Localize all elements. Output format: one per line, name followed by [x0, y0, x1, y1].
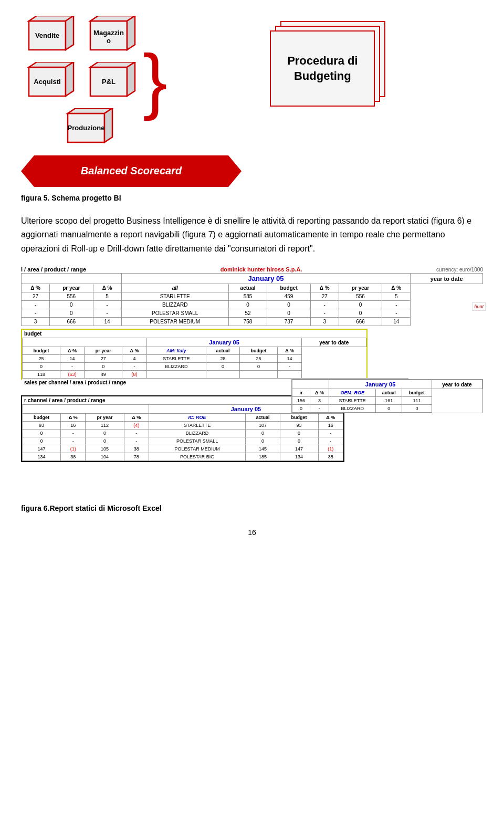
report-table-1: January 05 year to date Δ % pr year Δ % …: [21, 273, 483, 326]
cube-group: Vendite Magazzin o Acquisti: [21, 16, 138, 150]
table1-currency: currency: euro/1000: [436, 267, 483, 273]
table-am-italy-inner: January 05 year to date budgetΔ %pr year…: [22, 338, 366, 379]
svg-text:P&L: P&L: [102, 78, 116, 86]
table-row: -0- POLESTAR SMALL520-0-: [22, 309, 483, 318]
svg-marker-15: [127, 62, 135, 96]
table-row: 9316112(4) STARLETTE1079316: [23, 422, 343, 430]
table1-company: dominick hunter hiross S.p.A.: [220, 266, 302, 273]
table-oem-roe: January 05 year to date irΔ % OEM: ROE a…: [291, 379, 483, 413]
th-delta4: Δ %: [382, 284, 411, 292]
diagram-section: Vendite Magazzin o Acquisti: [0, 0, 504, 153]
svg-marker-19: [104, 108, 112, 142]
table-row: 275565 STARLETTE585459275565: [22, 292, 483, 301]
table4-ytd: year to date: [432, 380, 482, 389]
table-row: 2514274 STARLETTE282514: [23, 355, 366, 363]
table3-area-name: IC: ROE: [149, 414, 245, 422]
svg-text:Vendite: Vendite: [35, 32, 59, 39]
budgeting-box: Procedura di Budgeting: [178, 16, 483, 110]
table-row: -0- BLIZZARD00-0-: [22, 301, 483, 309]
table-row: 0-0- POLESTAR SMALL00-: [23, 437, 343, 445]
table-row: 0- BLIZZARD00: [292, 405, 482, 413]
svg-text:Produzione: Produzione: [67, 124, 104, 132]
table1-ytd-header: year to date: [411, 274, 483, 284]
th-pryear: pr year: [50, 284, 93, 292]
th-actual: actual: [228, 284, 267, 292]
th-delta1: Δ %: [22, 284, 50, 292]
table2-period: January 05: [146, 338, 302, 347]
table-row: 1343810478 POLESTAR BIG18513438: [23, 453, 343, 461]
th-budget: budget: [267, 284, 310, 292]
table4-period: January 05: [329, 380, 432, 389]
table4-area-name: OEM: ROE: [329, 389, 376, 397]
table-row: 0-0- BLIZZARD00-: [23, 430, 343, 437]
budgeting-title: Procedura di Budgeting: [271, 54, 374, 83]
produzione-cube: Produzione: [60, 108, 115, 150]
figure5-caption: figura 5. Schema progetto BI: [0, 190, 504, 206]
arrow-label: Balanced Scorecard: [81, 165, 182, 176]
table2-area-name: AM: Italy: [146, 347, 206, 355]
table-row: 366614 POLESTAR MEDIUM758737366614: [22, 318, 483, 326]
table-oem-inner: January 05 year to date irΔ % OEM: ROE a…: [292, 380, 482, 413]
table3-channel: r channel / area / product / range: [24, 397, 106, 403]
svg-marker-11: [66, 62, 74, 96]
svg-text:Acquisti: Acquisti: [34, 78, 60, 86]
body-text: Ulteriore scopo del progetto Business In…: [21, 216, 471, 253]
table-row: 0-0- BLIZZARD00-: [23, 363, 366, 371]
arrow-svg: Balanced Scorecard: [21, 155, 242, 187]
page-num: 16: [248, 528, 256, 537]
figure6-text: figura 6.Report statici di Microsoft Exc…: [21, 504, 162, 512]
table1-period-header: January 05: [121, 274, 411, 284]
th-delta2: Δ %: [93, 284, 121, 292]
svg-text:o: o: [107, 37, 111, 45]
page-number: 16: [0, 518, 504, 547]
tables-section: l / area / product / range dominick hunt…: [0, 264, 504, 465]
pl-cube: P&L: [82, 62, 138, 104]
svg-marker-2: [66, 16, 74, 50]
th-delta3: Δ %: [310, 284, 339, 292]
table-row: 118(63)49(8): [23, 371, 366, 379]
table2-ytd: year to date: [302, 338, 366, 347]
magazzino-cube: Magazzin o: [82, 16, 138, 58]
table2-area: budget: [24, 331, 41, 337]
figure6-caption: figura 6.Report statici di Microsoft Exc…: [0, 496, 504, 518]
table-am-italy: budget January 05 year to date budgetΔ %…: [21, 329, 368, 380]
th-all: all: [121, 284, 228, 292]
table-row: 1563 STARLETTE161111: [292, 397, 482, 405]
svg-marker-6: [127, 16, 135, 50]
th-pryear2: pr year: [339, 284, 382, 292]
figure5-text: figura 5. Schema progetto BI: [21, 194, 121, 202]
balanced-scorecard-arrow: Balanced Scorecard: [0, 153, 504, 190]
body-paragraph: Ulteriore scopo del progetto Business In…: [0, 206, 504, 264]
svg-text:Magazzin: Magazzin: [93, 29, 124, 37]
acquisti-cube: Acquisti: [21, 62, 76, 104]
hunt-label: hunt: [472, 302, 486, 311]
main-table-wrapper: l / area / product / range dominick hunt…: [21, 266, 483, 326]
table1-area-label: l / area / product / range: [21, 266, 86, 273]
table-row: 147(1)10538 POLESTAR MEDIUM145147(1): [23, 445, 343, 453]
vendite-cube: Vendite: [21, 16, 76, 58]
brace-symbol: }: [143, 44, 167, 117]
